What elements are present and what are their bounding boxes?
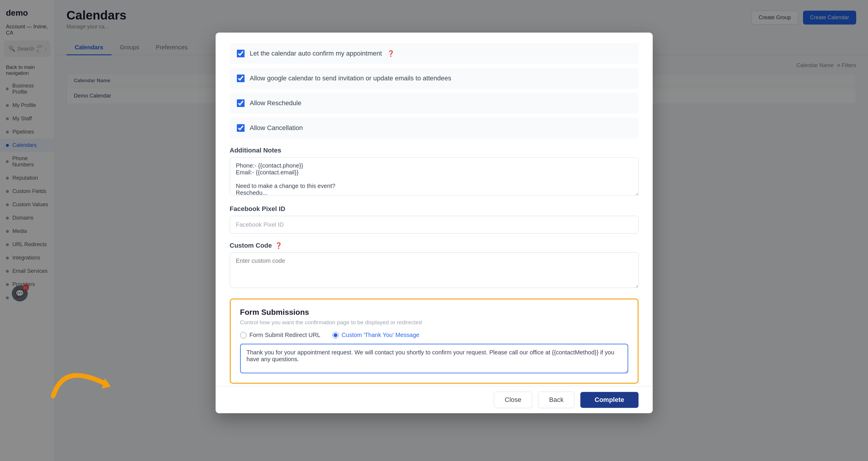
redirect-radio[interactable] [240, 332, 247, 338]
custom-code-label: Custom Code [230, 242, 272, 250]
allow-reschedule-label: Allow Reschedule [250, 99, 302, 107]
thankyou-label: Custom 'Thank You' Message [342, 332, 420, 338]
auto-confirm-label: Let the calendar auto confirm my appoint… [250, 50, 382, 57]
form-submissions-title: Form Submissions [240, 308, 628, 317]
custom-code-help-icon[interactable]: ❓ [275, 242, 282, 249]
auto-confirm-row: Let the calendar auto confirm my appoint… [230, 43, 639, 64]
allow-reschedule-checkbox[interactable] [237, 99, 245, 107]
allow-cancellation-checkbox[interactable] [237, 124, 245, 132]
option-redirect[interactable]: Form Submit Redirect URL [240, 332, 320, 338]
option-thankyou[interactable]: Custom 'Thank You' Message [332, 332, 420, 338]
radio-row: Form Submit Redirect URL Custom 'Thank Y… [240, 332, 628, 338]
allow-cancellation-label: Allow Cancellation [250, 124, 303, 132]
thankyou-message-input[interactable]: Thank you for your appointment request. … [240, 344, 628, 373]
back-button[interactable]: Back [538, 392, 575, 408]
complete-button[interactable]: Complete [580, 392, 638, 408]
facebook-pixel-label: Facebook Pixel ID [230, 205, 639, 213]
auto-confirm-help-icon[interactable]: ❓ [387, 50, 395, 57]
google-invite-label: Allow google calendar to send invitation… [250, 75, 451, 82]
close-button[interactable]: Close [494, 392, 532, 408]
calendar-modal: Let the calendar auto confirm my appoint… [216, 32, 653, 413]
facebook-pixel-input[interactable] [230, 216, 639, 233]
additional-notes-label: Additional Notes [230, 147, 639, 154]
custom-code-input[interactable] [230, 252, 639, 288]
additional-notes-input[interactable]: Phone:- {{contact.phone}} Email:- {{cont… [230, 157, 639, 196]
google-invite-row: Allow google calendar to send invitation… [230, 68, 639, 89]
modal-body: Let the calendar auto confirm my appoint… [216, 32, 653, 413]
google-invite-checkbox[interactable] [237, 75, 245, 82]
form-submissions-subtitle: Control how you want the confirmation pa… [240, 319, 628, 326]
thankyou-radio[interactable] [332, 332, 339, 338]
auto-confirm-checkbox[interactable] [237, 50, 245, 57]
redirect-label: Form Submit Redirect URL [250, 332, 320, 338]
allow-cancellation-row: Allow Cancellation [230, 118, 639, 138]
form-submissions-box: Form Submissions Control how you want th… [230, 298, 639, 383]
allow-reschedule-row: Allow Reschedule [230, 93, 639, 113]
modal-footer: Close Back Complete [216, 386, 653, 413]
